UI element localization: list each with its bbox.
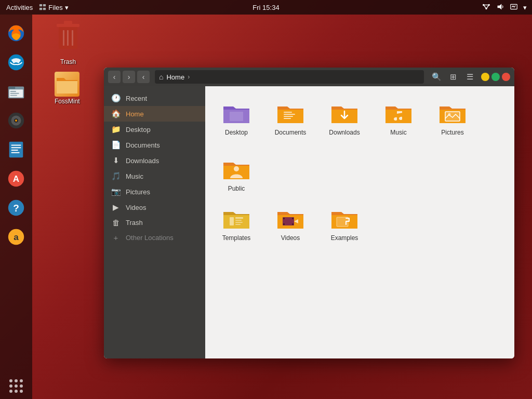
file-item-music[interactable]: Music xyxy=(378,97,419,140)
svg-rect-42 xyxy=(284,112,292,113)
svg-rect-40 xyxy=(72,30,73,46)
dock-item-firefox[interactable] xyxy=(4,21,29,46)
activities-button[interactable]: Activities xyxy=(4,4,35,11)
forward-button[interactable]: › xyxy=(123,71,135,83)
videos-nav-icon: ▶ xyxy=(111,203,121,212)
dock-item-rhythmbox[interactable] xyxy=(4,108,29,133)
maximize-button[interactable]: □ xyxy=(491,73,500,81)
app-menu-arrow: ▾ xyxy=(65,4,69,11)
sidebar-item-music[interactable]: 🎵 Music xyxy=(104,168,205,184)
pictures-folder-label: Pictures xyxy=(441,129,463,136)
files-area: Desktop D xyxy=(205,86,514,358)
dock-item-files[interactable] xyxy=(4,79,29,104)
close-button[interactable]: ✕ xyxy=(502,73,510,81)
recent-icon: 🕐 xyxy=(111,94,121,103)
location-arrow: › xyxy=(188,73,190,81)
dock-item-libreoffice[interactable] xyxy=(4,137,29,162)
sidebar-item-home[interactable]: 🏠 Home xyxy=(104,106,205,122)
public-folder-label: Public xyxy=(228,185,245,192)
search-button[interactable]: 🔍 xyxy=(429,70,444,84)
downloads-folder-label: Downloads xyxy=(329,129,360,136)
home-icon: ⌂ xyxy=(159,73,163,81)
help-icon: ? xyxy=(6,198,26,218)
svg-rect-3 xyxy=(43,8,46,10)
svg-text:A: A xyxy=(13,174,19,184)
svg-rect-25 xyxy=(11,145,21,146)
svg-rect-27 xyxy=(11,150,18,151)
dock-item-thunderbird[interactable] xyxy=(4,50,29,75)
svg-line-8 xyxy=(486,5,489,8)
dot-5 xyxy=(15,384,18,388)
svg-rect-18 xyxy=(10,93,19,94)
back-button[interactable]: ‹ xyxy=(108,71,121,83)
location-bar: ⌂ Home › xyxy=(155,70,424,84)
svg-rect-1 xyxy=(43,4,46,6)
desktop-nav-icon: 📁 xyxy=(111,125,121,134)
other-locations-icon: + xyxy=(111,233,121,242)
pictures-nav-icon: 📷 xyxy=(111,187,121,196)
desktop-fossmint[interactable]: FossMint xyxy=(55,72,80,105)
dot-3 xyxy=(20,379,23,382)
files-row-2: Templates xyxy=(216,202,504,246)
trash-icon xyxy=(55,20,82,57)
svg-rect-43 xyxy=(284,114,295,115)
templates-folder-icon xyxy=(222,206,251,231)
sidebar-videos-label: Videos xyxy=(126,204,147,211)
file-item-documents[interactable]: Documents xyxy=(270,97,311,140)
file-manager-window: ‹ › ‹ ⌂ Home › 🔍 ⊞ ☰ ─ □ ✕ 🕐 Recent 🏠 xyxy=(104,68,514,358)
file-item-pictures[interactable]: Pictures xyxy=(432,97,473,140)
minimize-button[interactable]: ─ xyxy=(481,73,489,81)
sidebar-item-videos[interactable]: ▶ Videos xyxy=(104,200,205,215)
dock-item-help[interactable]: ? xyxy=(4,195,29,220)
view-grid-button[interactable]: ⊞ xyxy=(446,70,460,84)
files-row-1: Desktop D xyxy=(216,97,504,197)
location-text: Home xyxy=(166,73,184,81)
sidebar-item-other-locations[interactable]: + Other Locations xyxy=(104,230,205,245)
svg-rect-51 xyxy=(235,220,242,221)
dot-4 xyxy=(9,384,12,388)
dot-6 xyxy=(20,384,23,388)
sidebar-item-documents[interactable]: 📄 Documents xyxy=(104,137,205,153)
svg-rect-57 xyxy=(283,223,285,225)
dock-app-grid[interactable] xyxy=(9,379,23,393)
sidebar-trash-label: Trash xyxy=(126,219,143,227)
file-item-public[interactable]: Public xyxy=(216,153,257,196)
file-item-downloads[interactable]: Downloads xyxy=(324,97,365,140)
topbar-dropdown-arrow[interactable]: ▾ xyxy=(522,3,528,12)
desktop-folder-label: Desktop xyxy=(225,129,248,136)
app-menu[interactable]: Files ▾ xyxy=(39,4,68,11)
svg-rect-0 xyxy=(39,4,42,6)
sidebar-pictures-label: Pictures xyxy=(126,188,150,196)
thunderbird-icon xyxy=(6,52,26,72)
network-icon[interactable] xyxy=(481,2,492,13)
file-item-templates[interactable]: Templates xyxy=(216,202,257,246)
sidebar-item-trash[interactable]: 🗑 Trash xyxy=(104,215,205,230)
dock-item-amazon[interactable]: a xyxy=(4,224,29,249)
topbar-clock: Fri 15:34 xyxy=(252,4,279,11)
volume-icon[interactable] xyxy=(495,2,506,13)
system-tray-icon[interactable] xyxy=(509,2,519,13)
dot-2 xyxy=(15,379,18,382)
file-item-desktop[interactable]: Desktop xyxy=(216,97,257,140)
sidebar-music-label: Music xyxy=(126,172,143,180)
topbar-right: ▾ xyxy=(481,2,528,13)
examples-folder-icon xyxy=(330,206,359,231)
dot-1 xyxy=(9,379,12,382)
topbar-left: Activities Files ▾ xyxy=(4,4,69,11)
parent-button[interactable]: ‹ xyxy=(137,71,150,83)
toolbar-right: 🔍 ⊞ ☰ xyxy=(429,70,477,84)
dock-item-appstore[interactable]: A xyxy=(4,166,29,191)
svg-rect-17 xyxy=(10,91,16,92)
file-item-examples[interactable]: Examples xyxy=(324,202,365,246)
svg-text:a: a xyxy=(14,232,19,242)
svg-rect-44 xyxy=(284,116,293,117)
sidebar-item-downloads[interactable]: ⬇ Downloads xyxy=(104,153,205,168)
sidebar-item-recent[interactable]: 🕐 Recent xyxy=(104,90,205,106)
view-list-button[interactable]: ☰ xyxy=(462,70,477,84)
sidebar-item-pictures[interactable]: 📷 Pictures xyxy=(104,184,205,200)
documents-folder-label: Documents xyxy=(275,129,307,136)
file-item-videos[interactable]: Videos xyxy=(270,202,311,246)
desktop-trash[interactable]: Trash xyxy=(55,20,82,65)
dot-7 xyxy=(9,390,12,393)
sidebar-item-desktop[interactable]: 📁 Desktop xyxy=(104,122,205,137)
